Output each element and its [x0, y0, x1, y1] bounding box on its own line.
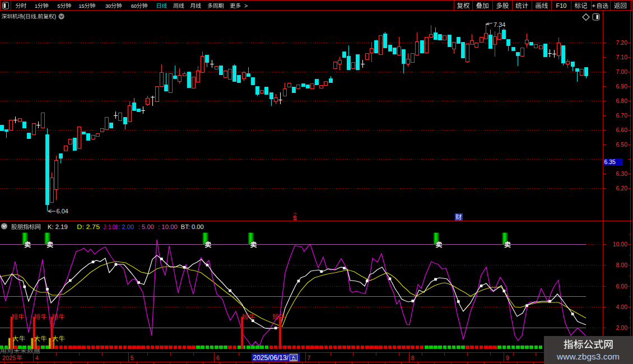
svg-text:8: 8	[411, 354, 415, 361]
svg-text:6.70: 6.70	[616, 112, 628, 119]
svg-text:6: 6	[216, 354, 220, 361]
svg-text:BT: 0.00: BT: 0.00	[181, 223, 204, 230]
svg-text:5: 5	[58, 3, 60, 9]
svg-text:6.90: 6.90	[616, 83, 628, 90]
svg-text:): )	[54, 13, 57, 20]
svg-text:15: 15	[79, 3, 85, 9]
svg-text:6.00: 6.00	[616, 283, 628, 290]
svg-text:6.30: 6.30	[616, 170, 628, 177]
svg-text:+: +	[592, 2, 595, 9]
svg-text:6.50: 6.50	[616, 141, 628, 148]
svg-text:www.zbgs3.com: www.zbgs3.com	[556, 352, 620, 361]
svg-text:8.00: 8.00	[616, 262, 628, 268]
svg-text:6.60: 6.60	[616, 127, 628, 133]
svg-text:4.00: 4.00	[616, 304, 628, 310]
svg-text:: 2.00: : 2.00	[118, 223, 134, 230]
svg-text:K: 2.19: K: 2.19	[48, 223, 68, 230]
svg-text:7.10: 7.10	[616, 54, 628, 60]
svg-text:D: 2.75: D: 2.75	[77, 223, 100, 230]
svg-text:9: 9	[506, 354, 509, 361]
svg-text:6.20: 6.20	[616, 185, 628, 192]
svg-text:J: 1.08: J: 1.08	[104, 223, 118, 230]
svg-text:6.35: 6.35	[604, 158, 616, 165]
svg-text:6.80: 6.80	[616, 97, 628, 104]
svg-text:7.00: 7.00	[616, 68, 628, 75]
svg-text:2.00: 2.00	[616, 324, 628, 331]
svg-text:1: 1	[35, 3, 38, 9]
svg-text:5: 5	[131, 354, 134, 361]
svg-text:>: >	[244, 2, 248, 9]
svg-text:7: 7	[308, 354, 311, 361]
svg-text:7.34: 7.34	[494, 21, 505, 28]
svg-text:: 5.00: : 5.00	[138, 223, 154, 230]
svg-text:(: (	[24, 13, 26, 20]
svg-text:: 10.00: : 10.00	[158, 223, 178, 230]
svg-text:30: 30	[105, 3, 111, 9]
svg-text:7.20: 7.20	[616, 39, 628, 46]
svg-text:2025/06/13/: 2025/06/13/	[253, 354, 289, 362]
svg-text:10.00: 10.00	[613, 241, 627, 248]
svg-text:S: S	[293, 215, 297, 221]
svg-text:2025: 2025	[2, 354, 16, 361]
svg-text:.: .	[36, 13, 38, 20]
svg-text:F10: F10	[556, 2, 567, 9]
svg-text:6.04: 6.04	[57, 208, 68, 214]
svg-text:4: 4	[35, 354, 39, 361]
svg-text:60: 60	[131, 3, 137, 9]
